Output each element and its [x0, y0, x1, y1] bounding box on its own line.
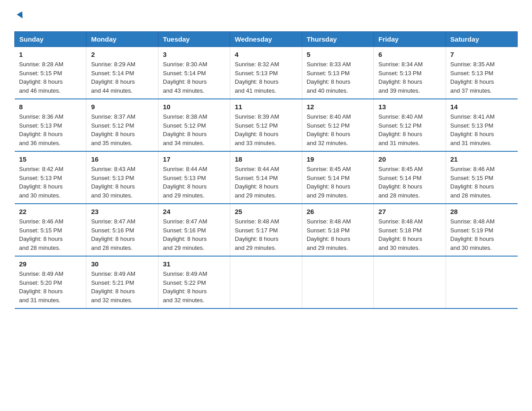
header-cell-wednesday: Wednesday	[230, 32, 302, 47]
day-cell: 28 Sunrise: 8:48 AMSunset: 5:19 PMDaylig…	[446, 204, 517, 256]
day-cell: 14 Sunrise: 8:41 AMSunset: 5:13 PMDaylig…	[446, 99, 517, 151]
day-number: 5	[307, 51, 369, 58]
day-number: 22	[19, 208, 82, 215]
day-cell: 12 Sunrise: 8:40 AMSunset: 5:12 PMDaylig…	[302, 99, 373, 151]
day-cell: 19 Sunrise: 8:45 AMSunset: 5:14 PMDaylig…	[302, 151, 373, 204]
day-number: 27	[378, 208, 441, 215]
day-cell: 23 Sunrise: 8:47 AMSunset: 5:16 PMDaylig…	[86, 204, 158, 256]
day-cell: 2 Sunrise: 8:29 AMSunset: 5:14 PMDayligh…	[86, 47, 158, 99]
day-cell: 8 Sunrise: 8:36 AMSunset: 5:13 PMDayligh…	[15, 99, 86, 151]
day-info: Sunrise: 8:48 AMSunset: 5:18 PMDaylight:…	[378, 217, 441, 252]
day-info: Sunrise: 8:40 AMSunset: 5:12 PMDaylight:…	[378, 112, 441, 147]
day-info: Sunrise: 8:40 AMSunset: 5:12 PMDaylight:…	[307, 112, 369, 147]
day-cell: 29 Sunrise: 8:49 AMSunset: 5:20 PMDaylig…	[15, 256, 86, 308]
day-info: Sunrise: 8:39 AMSunset: 5:12 PMDaylight:…	[235, 112, 297, 147]
day-number: 2	[91, 51, 153, 58]
day-cell: 27 Sunrise: 8:48 AMSunset: 5:18 PMDaylig…	[374, 204, 446, 256]
day-number: 24	[163, 208, 225, 215]
day-info: Sunrise: 8:34 AMSunset: 5:13 PMDaylight:…	[378, 60, 441, 95]
day-number: 8	[19, 103, 82, 111]
day-cell: 3 Sunrise: 8:30 AMSunset: 5:14 PMDayligh…	[158, 47, 230, 99]
day-number: 30	[91, 260, 153, 268]
day-cell: 15 Sunrise: 8:42 AMSunset: 5:13 PMDaylig…	[15, 151, 86, 204]
day-cell	[446, 256, 517, 308]
header-cell-saturday: Saturday	[446, 32, 517, 47]
page-header	[14, 11, 518, 22]
day-number: 18	[235, 155, 297, 163]
day-cell: 21 Sunrise: 8:46 AMSunset: 5:15 PMDaylig…	[446, 151, 517, 204]
day-number: 3	[163, 51, 225, 58]
day-number: 12	[307, 103, 369, 111]
day-info: Sunrise: 8:49 AMSunset: 5:21 PMDaylight:…	[91, 270, 153, 304]
day-info: Sunrise: 8:46 AMSunset: 5:15 PMDaylight:…	[19, 217, 82, 252]
calendar-header: SundayMondayTuesdayWednesdayThursdayFrid…	[15, 32, 518, 47]
day-info: Sunrise: 8:48 AMSunset: 5:17 PMDaylight:…	[235, 217, 297, 252]
day-number: 25	[235, 208, 297, 215]
day-number: 21	[450, 155, 513, 163]
day-number: 7	[450, 51, 513, 58]
logo-top	[14, 11, 26, 22]
day-number: 14	[450, 103, 513, 111]
day-number: 29	[19, 260, 82, 268]
week-row-3: 15 Sunrise: 8:42 AMSunset: 5:13 PMDaylig…	[15, 151, 518, 204]
day-cell: 13 Sunrise: 8:40 AMSunset: 5:12 PMDaylig…	[374, 99, 446, 151]
day-info: Sunrise: 8:44 AMSunset: 5:13 PMDaylight:…	[163, 165, 225, 200]
day-cell: 24 Sunrise: 8:47 AMSunset: 5:16 PMDaylig…	[158, 204, 230, 256]
day-cell: 11 Sunrise: 8:39 AMSunset: 5:12 PMDaylig…	[230, 99, 302, 151]
day-info: Sunrise: 8:29 AMSunset: 5:14 PMDaylight:…	[91, 60, 153, 95]
header-cell-tuesday: Tuesday	[158, 32, 230, 47]
day-cell: 4 Sunrise: 8:32 AMSunset: 5:13 PMDayligh…	[230, 47, 302, 99]
day-number: 15	[19, 155, 82, 163]
day-info: Sunrise: 8:47 AMSunset: 5:16 PMDaylight:…	[163, 217, 225, 252]
day-number: 19	[307, 155, 369, 163]
day-info: Sunrise: 8:43 AMSunset: 5:13 PMDaylight:…	[91, 165, 153, 200]
day-info: Sunrise: 8:44 AMSunset: 5:14 PMDaylight:…	[235, 165, 297, 200]
logo	[14, 11, 26, 22]
day-cell: 7 Sunrise: 8:35 AMSunset: 5:13 PMDayligh…	[446, 47, 517, 99]
day-number: 11	[235, 103, 297, 111]
day-info: Sunrise: 8:37 AMSunset: 5:12 PMDaylight:…	[91, 112, 153, 147]
day-info: Sunrise: 8:49 AMSunset: 5:22 PMDaylight:…	[163, 270, 225, 304]
day-cell: 25 Sunrise: 8:48 AMSunset: 5:17 PMDaylig…	[230, 204, 302, 256]
day-number: 20	[378, 155, 441, 163]
day-info: Sunrise: 8:46 AMSunset: 5:15 PMDaylight:…	[450, 165, 513, 200]
day-cell: 17 Sunrise: 8:44 AMSunset: 5:13 PMDaylig…	[158, 151, 230, 204]
day-info: Sunrise: 8:30 AMSunset: 5:14 PMDaylight:…	[163, 60, 225, 95]
day-cell: 26 Sunrise: 8:48 AMSunset: 5:18 PMDaylig…	[302, 204, 373, 256]
day-cell: 9 Sunrise: 8:37 AMSunset: 5:12 PMDayligh…	[86, 99, 158, 151]
day-info: Sunrise: 8:42 AMSunset: 5:13 PMDaylight:…	[19, 165, 82, 200]
day-number: 6	[378, 51, 441, 58]
week-row-5: 29 Sunrise: 8:49 AMSunset: 5:20 PMDaylig…	[15, 256, 518, 308]
day-number: 26	[307, 208, 369, 215]
day-info: Sunrise: 8:49 AMSunset: 5:20 PMDaylight:…	[19, 270, 82, 304]
day-number: 31	[163, 260, 225, 268]
day-number: 16	[91, 155, 153, 163]
week-row-2: 8 Sunrise: 8:36 AMSunset: 5:13 PMDayligh…	[15, 99, 518, 151]
day-cell: 22 Sunrise: 8:46 AMSunset: 5:15 PMDaylig…	[15, 204, 86, 256]
day-cell: 6 Sunrise: 8:34 AMSunset: 5:13 PMDayligh…	[374, 47, 446, 99]
header-row: SundayMondayTuesdayWednesdayThursdayFrid…	[15, 32, 518, 47]
day-number: 13	[378, 103, 441, 111]
header-cell-monday: Monday	[86, 32, 158, 47]
day-cell: 31 Sunrise: 8:49 AMSunset: 5:22 PMDaylig…	[158, 256, 230, 308]
week-row-1: 1 Sunrise: 8:28 AMSunset: 5:15 PMDayligh…	[15, 47, 518, 99]
day-cell: 5 Sunrise: 8:33 AMSunset: 5:13 PMDayligh…	[302, 47, 373, 99]
header-cell-friday: Friday	[374, 32, 446, 47]
day-info: Sunrise: 8:32 AMSunset: 5:13 PMDaylight:…	[235, 60, 297, 95]
day-info: Sunrise: 8:41 AMSunset: 5:13 PMDaylight:…	[450, 112, 513, 147]
day-cell: 20 Sunrise: 8:45 AMSunset: 5:14 PMDaylig…	[374, 151, 446, 204]
day-number: 28	[450, 208, 513, 215]
day-number: 17	[163, 155, 225, 163]
day-number: 1	[19, 51, 82, 58]
day-info: Sunrise: 8:48 AMSunset: 5:18 PMDaylight:…	[307, 217, 369, 252]
day-info: Sunrise: 8:35 AMSunset: 5:13 PMDaylight:…	[450, 60, 513, 95]
day-cell: 30 Sunrise: 8:49 AMSunset: 5:21 PMDaylig…	[86, 256, 158, 308]
svg-marker-0	[17, 11, 25, 20]
day-info: Sunrise: 8:38 AMSunset: 5:12 PMDaylight:…	[163, 112, 225, 147]
logo-triangle-icon	[16, 11, 26, 21]
day-info: Sunrise: 8:48 AMSunset: 5:19 PMDaylight:…	[450, 217, 513, 252]
week-row-4: 22 Sunrise: 8:46 AMSunset: 5:15 PMDaylig…	[15, 204, 518, 256]
day-cell: 18 Sunrise: 8:44 AMSunset: 5:14 PMDaylig…	[230, 151, 302, 204]
day-info: Sunrise: 8:45 AMSunset: 5:14 PMDaylight:…	[307, 165, 369, 200]
header-cell-sunday: Sunday	[15, 32, 86, 47]
